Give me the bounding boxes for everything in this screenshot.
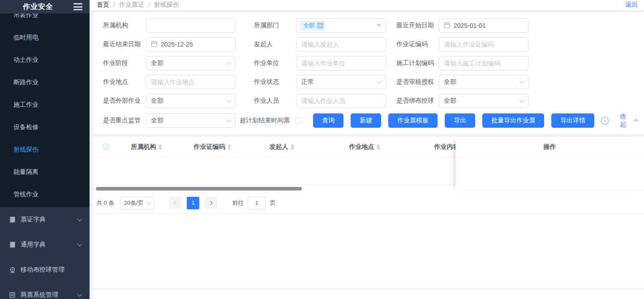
chevron-left-icon [174, 201, 178, 205]
key-supervision-select-value: 全部 [151, 117, 227, 125]
sidebar-item-label: 通用字典 [21, 241, 78, 249]
cert-code-input[interactable] [444, 41, 524, 48]
sidebar-item-pipeline[interactable]: 管线作业 [0, 183, 90, 205]
sidebar-item-mobile-ball-management[interactable]: 移动布控球管理 [0, 257, 90, 282]
tag-close-icon[interactable]: × [317, 22, 323, 29]
sort-icon[interactable] [291, 144, 294, 150]
header-cell-cert-code[interactable]: 作业证编码 [176, 143, 248, 151]
plan-code-input[interactable] [444, 60, 524, 67]
calendar-icon [151, 41, 157, 48]
chevron-right-icon [208, 201, 213, 205]
header-cell-initiator[interactable]: 发起人 [248, 143, 315, 151]
sidebar-item-label: 移动布控球管理 [21, 266, 82, 274]
app-window: 吊装作业 临时用电 动土作业 断路作业 施工作业 设备检修 射线探伤 能量隔离 … [0, 0, 644, 299]
chevron-down-icon [519, 97, 524, 102]
chevron-down-icon [146, 199, 151, 204]
unit-input[interactable] [301, 60, 381, 67]
bind-ball-select-value: 全部 [444, 97, 520, 105]
info-icon[interactable]: i [601, 117, 609, 125]
goto-label: 前往 [232, 199, 244, 207]
key-supervision-select[interactable]: 全部 [146, 113, 236, 128]
bind-ball-select[interactable]: 全部 [439, 94, 528, 108]
fixed-column-body [455, 157, 644, 191]
end-date-picker[interactable]: 2025-12-25 [146, 37, 236, 52]
sidebar-item-label: 票证字典 [21, 216, 78, 224]
chevron-down-icon [519, 78, 524, 83]
create-button[interactable]: 新建 [351, 113, 381, 128]
cert-code-input-wrap [439, 37, 528, 52]
external-select[interactable]: 全部 [146, 94, 236, 108]
export-detail-button[interactable]: 导出详情 [551, 113, 594, 128]
search-button[interactable]: 查询 [313, 113, 343, 128]
calendar-icon [444, 22, 450, 30]
header-cell-org[interactable]: 所属机构 [116, 143, 176, 151]
personnel-input-wrap [296, 94, 386, 108]
stage-select[interactable]: 全部 [146, 56, 236, 70]
horizontal-scrollbar-thumb[interactable] [96, 187, 302, 191]
next-page-button[interactable] [205, 197, 217, 209]
hamburger-menu-icon[interactable] [73, 3, 82, 10]
column-label: 所属机构 [131, 143, 156, 151]
back-link[interactable]: 返回 [625, 1, 638, 9]
select-all-checkbox[interactable] [103, 143, 110, 150]
filter-panel: 所属机构 所属部门 全部 × [93, 13, 644, 134]
work-ticket-submenu: 吊装作业 临时用电 动土作业 断路作业 施工作业 设备检修 射线探伤 能量隔离 … [0, 4, 90, 207]
sidebar-item-construction[interactable]: 施工作业 [0, 93, 90, 116]
column-label: 发起人 [270, 143, 288, 151]
sidebar-item-energy-isolation[interactable]: 能量隔离 [0, 160, 90, 183]
ticket-template-button[interactable]: 作业票模板 [388, 113, 438, 128]
page-unit-label: 页 [270, 199, 275, 207]
status-select[interactable]: 正常 [296, 75, 386, 89]
chevron-up-icon [634, 119, 639, 124]
overtime-ticket-checkbox[interactable] [295, 117, 301, 124]
sidebar-item-two-ticket-system[interactable]: 两票系统管理 [0, 282, 90, 299]
export-button[interactable]: 导出 [445, 113, 475, 128]
sidebar-item-ticket-dictionary[interactable]: 票证字典 [0, 207, 90, 232]
stage-select-value: 全部 [151, 59, 227, 67]
chevron-down-icon [226, 60, 231, 65]
collapse-filters-link[interactable]: 收起 [620, 113, 638, 129]
start-date-picker[interactable]: 2025-01-01 [439, 18, 528, 33]
sidebar-item-label: 两票系统管理 [21, 291, 78, 299]
goto-page-input[interactable] [248, 197, 266, 209]
page-number-button[interactable]: 1 [187, 197, 199, 209]
breadcrumb-work-tickets[interactable]: 作业票证 [119, 1, 144, 9]
unit-input-wrap [296, 56, 386, 70]
chevron-down-icon [226, 117, 231, 122]
sort-icon[interactable] [377, 144, 380, 150]
header-cell-location[interactable]: 作业地点 [315, 143, 414, 151]
sidebar-item-earthwork[interactable]: 动土作业 [0, 48, 90, 71]
location-input[interactable] [151, 78, 231, 86]
sidebar-item-temp-power[interactable]: 临时用电 [0, 26, 90, 48]
initiator-input[interactable] [301, 41, 381, 48]
page-content: 所属机构 所属部门 全部 × [90, 11, 644, 299]
external-select-value: 全部 [151, 97, 227, 105]
batch-export-button[interactable]: 批量导出作业票 [482, 113, 544, 128]
sidebar-item-equipment-repair[interactable]: 设备检修 [0, 116, 90, 138]
collapse-label: 收起 [620, 113, 631, 129]
prev-page-button[interactable] [169, 197, 181, 209]
breadcrumb-separator: / [148, 1, 150, 9]
sort-icon[interactable] [228, 144, 231, 150]
caret-down-icon [377, 24, 381, 27]
org-label: 所属机构 [103, 22, 146, 30]
sidebar-main-menu: 票证字典 通用字典 移动布控球管理 [0, 207, 90, 299]
cert-code-label: 作业证编码 [396, 40, 439, 48]
org-input[interactable] [151, 22, 231, 29]
sidebar-item-circuit-break[interactable]: 断路作业 [0, 71, 90, 93]
breadcrumb: 首页 / 作业票证 / 射线探伤 返回 [90, 0, 644, 11]
location-label: 作业地点 [103, 78, 146, 86]
sort-icon[interactable] [159, 144, 162, 150]
audit-auth-select[interactable]: 全部 [439, 75, 528, 89]
initiator-label: 发起人 [254, 40, 296, 48]
personnel-input[interactable] [301, 97, 381, 104]
header-cell-select [103, 143, 116, 150]
book-icon [9, 216, 16, 223]
sidebar-item-radiographic-testing[interactable]: 射线探伤 [0, 138, 90, 160]
chevron-down-icon [226, 97, 231, 102]
page-size-select[interactable]: 20条/页 [120, 197, 154, 209]
dome-camera-icon [9, 266, 16, 273]
sidebar-item-common-dictionary[interactable]: 通用字典 [0, 232, 90, 257]
dept-multiselect[interactable]: 全部 × [296, 18, 386, 33]
breadcrumb-home[interactable]: 首页 [97, 1, 109, 9]
